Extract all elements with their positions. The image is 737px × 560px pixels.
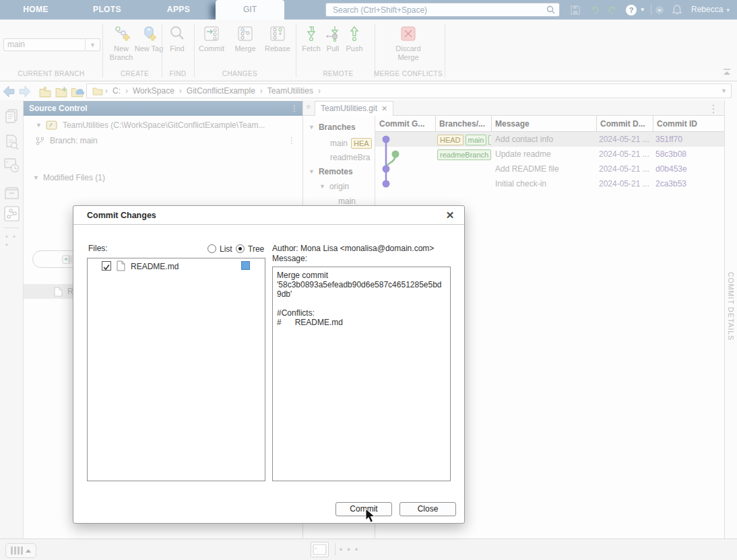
current-branch-combo[interactable]: main ▼ xyxy=(3,38,100,51)
modified-files-group[interactable]: ▼ Modified Files (1) xyxy=(24,171,302,184)
undo-icon[interactable] xyxy=(589,4,601,16)
collapse-caret-icon[interactable]: ▼ xyxy=(36,122,42,129)
help-dropdown-caret[interactable]: ▼ xyxy=(638,0,647,20)
rebase-ribbon-button[interactable]: Rebase xyxy=(258,25,297,53)
folder-icon xyxy=(92,87,103,96)
dialog-file-list[interactable]: README.md xyxy=(87,258,265,481)
save-icon[interactable] xyxy=(569,4,581,16)
new-branch-icon xyxy=(113,25,130,42)
files-panel-icon[interactable] xyxy=(3,108,20,125)
panel-menu-icon[interactable]: ⋮ xyxy=(290,101,298,116)
dialog-commit-button[interactable]: Commit xyxy=(335,502,392,516)
message-label: Message: xyxy=(272,254,307,263)
file-icon xyxy=(54,287,63,297)
user-menu[interactable]: Rebecca ▼ xyxy=(691,0,731,20)
tab-home[interactable]: HOME xyxy=(12,0,59,20)
command-window-button[interactable]: » xyxy=(311,542,329,557)
search-input[interactable] xyxy=(331,5,546,15)
tree-branch-main[interactable]: mainHEA xyxy=(330,138,375,149)
cloud-folder-icon[interactable] xyxy=(70,85,85,98)
source-control-panel-icon[interactable] xyxy=(3,205,20,222)
tab-plots[interactable]: PLOTS xyxy=(84,0,131,20)
new-tag-icon xyxy=(140,25,158,42)
git-panel-menu-icon[interactable]: ⋮ xyxy=(708,102,719,115)
tree-branch-readme[interactable]: readmeBra xyxy=(330,153,375,162)
pull-icon xyxy=(324,25,342,42)
tab-git-active[interactable]: GIT xyxy=(216,0,284,20)
origin-label: origin xyxy=(329,182,349,191)
discard-merge-button[interactable]: Discard Merge xyxy=(387,25,430,62)
expand-up-icon xyxy=(26,549,31,553)
global-search[interactable] xyxy=(325,3,560,17)
branch-menu-icon[interactable]: ⋮ xyxy=(288,136,296,145)
sidebar-more-icon[interactable]: • • • xyxy=(5,232,23,248)
git-document-tab[interactable]: TeamUtilities.git✕ xyxy=(315,101,393,116)
commit-message: Add README file xyxy=(495,162,596,176)
breadcrumb-dropdown-caret[interactable]: ▼ xyxy=(721,88,727,94)
col-message[interactable]: Message xyxy=(491,116,596,132)
combo-dropdown-caret[interactable]: ▼ xyxy=(85,39,100,50)
clipped-badge xyxy=(488,135,491,145)
commit-details-strip[interactable]: COMMIT DETAILS xyxy=(724,100,737,538)
commit-date: 2024-05-21 ... xyxy=(599,176,653,191)
workspace-panel-icon[interactable] xyxy=(3,185,20,202)
col-commit-graph[interactable]: Commit G... xyxy=(375,116,435,132)
user-name-label: Rebecca xyxy=(691,5,723,14)
address-bar: › C: › WorkSpace › GitConflictExample › … xyxy=(0,82,737,100)
branch-label: Branch: main xyxy=(50,136,98,145)
new-folder-icon[interactable] xyxy=(54,85,69,98)
tab-apps[interactable]: APPS xyxy=(155,0,202,20)
notifications-bell-icon[interactable] xyxy=(671,4,683,16)
commit-id: 2ca3b53 xyxy=(655,176,723,191)
branch-badge: main xyxy=(466,135,487,145)
crumb-gitconflictexample[interactable]: GitConflictExample xyxy=(187,86,255,96)
tree-remotes-node[interactable]: ▼Remotes xyxy=(309,167,353,176)
commit-message: Add contact info xyxy=(495,132,596,147)
list-radio[interactable] xyxy=(207,244,216,253)
statusbar-more-icon[interactable]: • • • xyxy=(340,545,359,555)
tree-radio[interactable] xyxy=(236,244,245,253)
collapse-ribbon-icon[interactable] xyxy=(722,68,732,76)
dialog-file-name[interactable]: README.md xyxy=(131,262,179,271)
col-branches[interactable]: Branches/... xyxy=(435,116,491,132)
panel-toggle-button[interactable] xyxy=(5,543,36,558)
command-window-icon: » xyxy=(311,542,328,557)
push-button[interactable]: Push xyxy=(341,25,368,53)
crumb-teamutilities[interactable]: TeamUtilities xyxy=(267,86,313,96)
file-checkbox[interactable] xyxy=(102,261,111,271)
quick-access-icon[interactable] xyxy=(655,5,664,15)
collapse-caret-icon[interactable]: ▼ xyxy=(33,174,39,181)
toolstrip-tab-bar: HOME PLOTS APPS GIT ? ▼ Rebecca ▼ xyxy=(0,0,737,20)
crumb-chevron: › xyxy=(105,86,108,96)
close-tab-icon[interactable]: ✕ xyxy=(381,104,387,112)
up-folder-icon[interactable] xyxy=(38,85,53,98)
help-icon[interactable]: ? xyxy=(625,4,637,16)
col-commit-id[interactable]: Commit ID xyxy=(653,116,724,132)
breadcrumb[interactable]: › C: › WorkSpace › GitConflictExample › … xyxy=(86,83,732,98)
tree-origin-main[interactable]: main xyxy=(338,197,356,206)
col-commit-date[interactable]: Commit D... xyxy=(596,116,653,132)
back-icon[interactable] xyxy=(1,85,16,98)
tree-branches-node[interactable]: ▼Branches xyxy=(309,123,356,132)
redo-icon[interactable] xyxy=(606,4,618,16)
panel-grip-icon[interactable]: ≡ xyxy=(307,103,311,110)
fetch-icon xyxy=(302,25,320,42)
crumb-drive[interactable]: C: xyxy=(113,86,121,96)
repo-row[interactable]: ▼ TeamUtilities (C:\WorkSpace\GitConflic… xyxy=(24,118,302,133)
dialog-close-button[interactable]: Close xyxy=(399,502,456,516)
commit-id: 351ff70 xyxy=(655,132,723,147)
dialog-close-icon[interactable]: ✕ xyxy=(444,209,456,221)
branch-row[interactable]: Branch: main ⋮ xyxy=(24,133,302,148)
status-bar: » • • • xyxy=(0,538,737,560)
file-search-panel-icon[interactable] xyxy=(3,134,20,151)
forward-icon[interactable] xyxy=(18,85,32,98)
command-history-panel-icon[interactable]: » xyxy=(3,157,20,174)
list-radio-label[interactable]: List xyxy=(220,244,232,254)
crumb-workspace[interactable]: WorkSpace xyxy=(133,86,174,96)
tree-radio-label[interactable]: Tree xyxy=(248,244,264,254)
search-icon xyxy=(546,5,555,14)
find-button[interactable]: Find xyxy=(158,25,197,53)
tree-origin-node[interactable]: ▼origin xyxy=(319,182,349,191)
commit-message-textarea[interactable]: Merge commit '58c3b0893a5efeadb90d6e587c… xyxy=(272,267,451,481)
svg-text:»: » xyxy=(6,160,9,164)
